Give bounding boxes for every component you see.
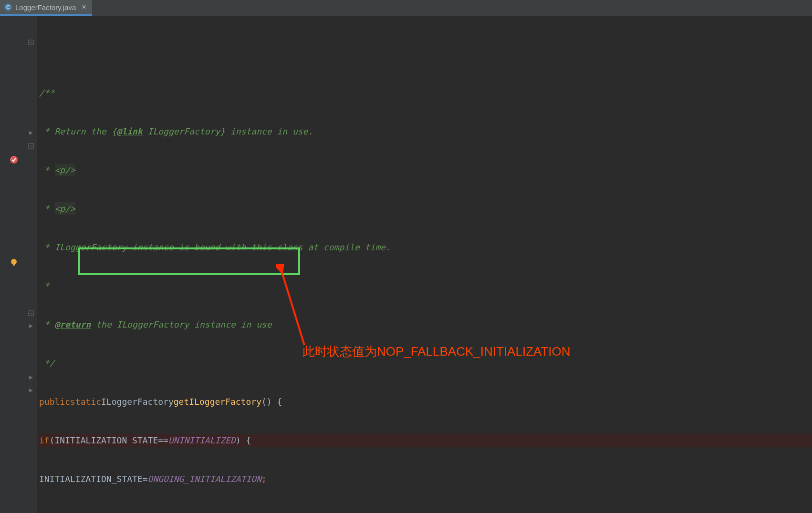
svg-point-7 xyxy=(11,259,17,265)
fold-icon[interactable] xyxy=(28,387,34,394)
code-line-breakpoint: if (INITIALIZATION_STATE == UNINITIALIZE… xyxy=(39,434,812,447)
code-line: public static ILoggerFactory getILoggerF… xyxy=(39,395,812,408)
bulb-icon[interactable] xyxy=(9,257,19,267)
svg-rect-8 xyxy=(13,264,15,266)
code-line: * ILoggerFactory instance is bound with … xyxy=(39,241,812,254)
svg-point-6 xyxy=(10,156,18,164)
javadoc-html: <p/> xyxy=(55,164,75,176)
javadoc: */ xyxy=(39,357,55,369)
javadoc-tag: @return xyxy=(55,318,91,331)
breakpoint-icon[interactable] xyxy=(9,154,19,165)
javadoc: } instance in use. xyxy=(220,125,313,138)
editor-tab[interactable]: C LoggerFactory.java × xyxy=(0,0,92,16)
javadoc-html: <p/> xyxy=(55,202,75,215)
keyword: public xyxy=(39,395,70,408)
close-icon[interactable]: × xyxy=(82,3,86,11)
javadoc-tag: @link xyxy=(117,125,143,138)
fold-icon[interactable] xyxy=(28,39,34,46)
code-area[interactable]: /** * Return the {@link ILoggerFactory} … xyxy=(37,16,812,513)
constant: UNINITIALIZED xyxy=(168,434,236,447)
tab-filename: LoggerFactory.java xyxy=(15,3,76,11)
type: ILoggerFactory xyxy=(101,395,174,408)
javadoc: /** xyxy=(39,86,55,99)
method-call: performInitialization xyxy=(39,511,148,513)
code-line: /** xyxy=(39,86,812,99)
fold-icon[interactable] xyxy=(28,374,34,381)
gutter xyxy=(0,16,37,513)
javadoc: * xyxy=(39,279,50,292)
code-line: INITIALIZATION_STATE = ONGOING_INITIALIZ… xyxy=(39,472,812,485)
javadoc: * Return the { xyxy=(39,125,117,138)
code-line: * <p/> xyxy=(39,202,812,215)
fold-icon[interactable] xyxy=(28,323,34,329)
java-class-icon: C xyxy=(4,3,12,11)
tab-bar: C LoggerFactory.java × xyxy=(0,0,812,16)
code-line: * Return the {@link ILoggerFactory} inst… xyxy=(39,125,812,138)
identifier: INITIALIZATION_STATE xyxy=(55,434,158,447)
code-line: * xyxy=(39,279,812,292)
svg-text:C: C xyxy=(6,4,10,10)
fold-icon[interactable] xyxy=(28,143,34,149)
javadoc: * xyxy=(39,318,55,331)
annotation-arrow xyxy=(276,264,333,350)
javadoc: * xyxy=(39,164,55,176)
keyword: static xyxy=(70,395,101,408)
javadoc-link: ILoggerFactory xyxy=(143,125,220,138)
fold-icon[interactable] xyxy=(28,310,34,317)
code-line: * <p/> xyxy=(39,164,812,176)
constant: ONGOING_INITIALIZATION xyxy=(148,472,261,485)
code-line xyxy=(39,48,812,61)
javadoc: the ILoggerFactory instance in use xyxy=(91,318,271,331)
code-line: performInitialization(); xyxy=(39,511,812,513)
javadoc: * xyxy=(39,202,55,215)
identifier: INITIALIZATION_STATE xyxy=(39,472,143,485)
javadoc: * ILoggerFactory instance is bound with … xyxy=(39,241,391,254)
fold-icon[interactable] xyxy=(28,130,34,136)
annotation-text: 此时状态值为NOP_FALLBACK_INITIALIZATION xyxy=(302,345,571,358)
keyword: if xyxy=(39,434,50,447)
method-name: getILoggerFactory xyxy=(174,395,261,408)
editor-area: /** * Return the {@link ILoggerFactory} … xyxy=(0,16,812,513)
code-line: * @return the ILoggerFactory instance in… xyxy=(39,318,812,331)
code-line: */ xyxy=(39,357,812,369)
